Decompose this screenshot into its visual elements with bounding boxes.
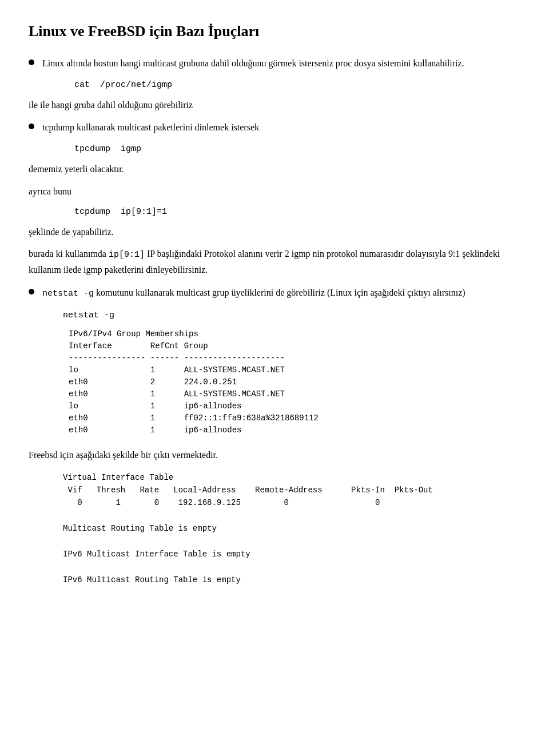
inline-code-netstat: netstat -g bbox=[42, 289, 94, 299]
code-netstat-g: netstat -g bbox=[63, 311, 520, 320]
bullet-dot-3 bbox=[29, 289, 34, 295]
main-content: Linux altında hostun hangi multicast gru… bbox=[29, 56, 520, 586]
paragraph-ip9: burada ki kullanımda ip[9:1] IP başlığın… bbox=[29, 246, 520, 277]
code-tcpdump-ip: tcpdump ip[9:1]=1 bbox=[74, 207, 520, 217]
bullet-item-3: netstat -g komutunu kullanarak multicast… bbox=[29, 285, 520, 301]
inline-code-ip9: ip[9:1] bbox=[109, 250, 145, 260]
bullet-dot-1 bbox=[29, 59, 34, 65]
text-gruba: ile ile hangi gruba dahil olduğunu göreb… bbox=[29, 98, 520, 113]
code-tpcdump: tpcdump igmp bbox=[74, 144, 520, 154]
text-yeterli: dememiz yeterli olacaktır. bbox=[29, 162, 520, 177]
netstat-output: IPv6/IPv4 Group Memberships Interface Re… bbox=[69, 328, 520, 436]
text-seklinde: şeklinde de yapabiliriz. bbox=[29, 225, 520, 240]
text-ayrica: ayrıca bunu bbox=[29, 184, 520, 199]
bullet-text-1: Linux altında hostun hangi multicast gru… bbox=[42, 58, 464, 68]
text-freebsd: Freebsd için aşağıdaki şekilde bir çıktı… bbox=[29, 448, 520, 463]
bullet-item-2: tcpdump kullanarak multicast paketlerini… bbox=[29, 120, 520, 135]
bullet-text-3: netstat -g komutunu kullanarak multicast… bbox=[42, 288, 466, 297]
virtual-table-output: Virtual Interface Table Vif Thresh Rate … bbox=[63, 471, 520, 587]
bullet-text-2: tcpdump kullanarak multicast paketlerini… bbox=[42, 122, 259, 132]
code-cat-proc: cat /proc/net/igmp bbox=[74, 80, 520, 90]
bullet-dot-2 bbox=[29, 124, 34, 129]
page-title: Linux ve FreeBSD için Bazı İpuçları bbox=[29, 23, 520, 40]
bullet-item-1: Linux altında hostun hangi multicast gru… bbox=[29, 56, 520, 71]
